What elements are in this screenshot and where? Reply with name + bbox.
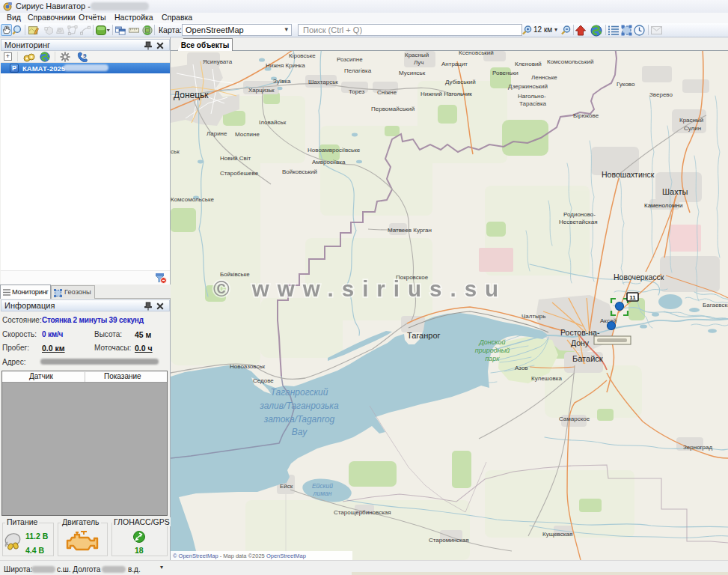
svg-text:Самарское: Самарское (559, 416, 590, 422)
svg-text:Матвеев Курган: Матвеев Курган (388, 227, 432, 234)
svg-text:Нижня Кринка: Нижня Кринка (266, 62, 305, 69)
svg-text:Іловайськ: Іловайськ (259, 119, 287, 126)
svg-text:Ейск: Ейск (280, 483, 293, 490)
svg-text:Гуково: Гуково (617, 81, 635, 88)
svg-text:Донской: Донской (478, 338, 505, 346)
svg-text:Новочеркасск: Новочеркасск (614, 273, 664, 282)
svg-text:Войковський: Войковський (282, 168, 317, 175)
svg-text:Новий Світ: Новий Світ (220, 155, 251, 162)
svg-text:Сніжне: Сніжне (377, 89, 397, 96)
svg-text:Родионово-: Родионово- (563, 211, 596, 218)
svg-text:Шахтарськ: Шахтарськ (308, 79, 338, 85)
svg-text:Кленовий: Кленовий (515, 61, 542, 67)
svg-text:© www.sirius.su: © www.sirius.su (213, 276, 507, 301)
svg-text:Красный: Красный (405, 52, 429, 58)
svg-text:9: 9 (83, 52, 87, 59)
svg-text:Харцизьк: Харцизьк (248, 87, 275, 94)
svg-text:Нагольно-: Нагольно- (518, 93, 546, 100)
svg-text:Ровеньки: Ровеньки (492, 70, 519, 76)
svg-text:Новошахтинск: Новошахтинск (602, 170, 655, 179)
svg-text:лиман: лиман (313, 490, 332, 497)
svg-text:Розсипне: Розсипне (337, 56, 363, 63)
svg-text:парк: парк (485, 355, 500, 362)
svg-text:Старобешеве: Старобешеве (220, 170, 259, 177)
svg-text:Новоамвросіївське: Новоамвросіївське (308, 147, 361, 153)
svg-text:Зуївка: Зуївка (273, 78, 291, 85)
svg-text:Седове: Седове (253, 377, 274, 384)
svg-text:Антрацит: Антрацит (441, 61, 468, 67)
svg-text:Донецьк: Донецьк (174, 90, 209, 100)
svg-text:© OpenStreetMap - Map data ©20: © OpenStreetMap - Map data ©2025 OpenStr… (173, 553, 306, 559)
svg-text:Батайск: Батайск (572, 354, 603, 363)
svg-text:ськ: ськ (171, 148, 180, 155)
svg-text:Ксеновський: Ксеновський (459, 51, 494, 56)
svg-text:Ростов-на-: Ростов-на- (560, 328, 600, 337)
svg-text:Ясинувата: Ясинувата (203, 58, 233, 65)
svg-text:Ейский: Ейский (312, 482, 333, 490)
svg-text:Азов: Азов (515, 365, 528, 371)
svg-text:Каменоломни: Каменоломни (644, 202, 682, 209)
svg-text:Леннське: Леннське (531, 74, 557, 81)
svg-text:Луч: Луч (414, 59, 424, 66)
svg-text:Ларине: Ларине (207, 130, 227, 137)
svg-text:Таганрогский: Таганрогский (271, 387, 328, 398)
svg-text:Зерноград: Зерноград (683, 444, 712, 451)
svg-text:Нижний Нагольчик: Нижний Нагольчик (420, 91, 472, 97)
svg-text:Кіровське: Кіровське (289, 52, 316, 59)
svg-text:Дубівський: Дубівський (445, 79, 476, 85)
svg-text:Тарасівка: Тарасівка (519, 100, 547, 107)
svg-text:Шахты: Шахты (662, 187, 688, 196)
svg-text:Таганрог: Таганрог (407, 331, 441, 340)
svg-text:залив/Таганрозька: залив/Таганрозька (259, 401, 339, 411)
svg-text:Красный: Красный (679, 117, 703, 124)
svg-text:Комсомольський: Комсомольський (547, 58, 593, 65)
svg-text:Несветайская: Несветайская (559, 219, 598, 225)
svg-text:Комсомольське: Комсомольське (171, 196, 215, 203)
svg-text:Старощербиновская: Старощербиновская (334, 509, 391, 516)
svg-text:11: 11 (629, 294, 636, 301)
svg-text:затока/Taganrog: затока/Taganrog (263, 414, 335, 425)
svg-text:Чалтырь: Чалтырь (521, 313, 545, 320)
svg-text:Бірюкове: Бірюкове (573, 112, 599, 119)
svg-text:Мусинськ: Мусинськ (399, 70, 426, 76)
svg-text:Моспине: Моспине (235, 131, 260, 138)
svg-text:Сулин: Сулин (684, 125, 701, 132)
svg-text:Староминская: Староминская (429, 537, 469, 544)
svg-text:Дону: Дону (571, 338, 590, 347)
svg-text:природный: природный (475, 347, 510, 354)
svg-text:Зверево: Зверево (649, 91, 673, 98)
svg-text:Кулешовка: Кулешовка (531, 375, 562, 382)
svg-text:Пелагівка: Пелагівка (344, 67, 372, 74)
svg-text:Торез: Торез (349, 88, 364, 95)
svg-text:Багаевская: Багаевская (703, 302, 728, 308)
svg-text:Bay: Bay (292, 427, 308, 437)
svg-text:Первомайський: Первомайський (371, 106, 415, 112)
svg-text:Дзержинський: Дзержинський (508, 83, 548, 90)
svg-text:Амвросіївка: Амвросіївка (312, 159, 346, 165)
svg-text:Новоазовськ: Новоазовськ (230, 363, 266, 370)
svg-text:Кущевская: Кущевская (542, 531, 572, 538)
